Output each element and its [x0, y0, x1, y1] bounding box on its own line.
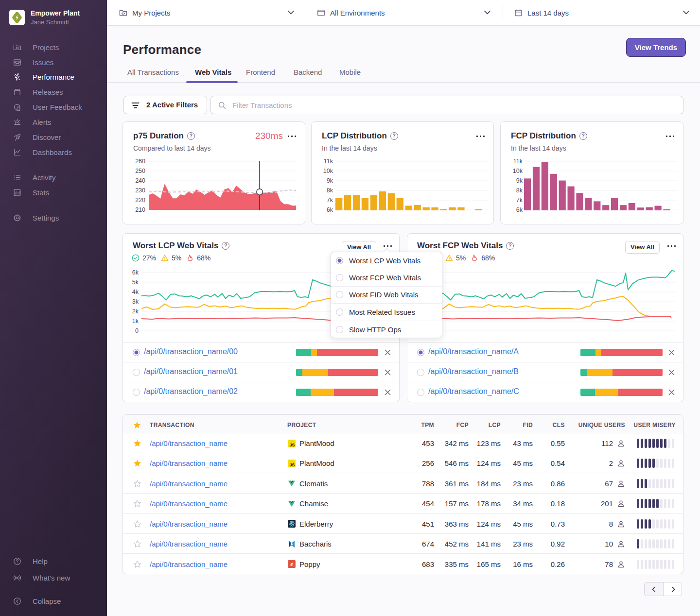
svg-text:JS: JS [290, 462, 295, 467]
svg-text:240: 240 [135, 177, 145, 184]
svg-text:3k: 3k [132, 298, 139, 305]
svg-text:4k: 4k [132, 289, 139, 295]
svg-text:5k: 5k [132, 279, 139, 286]
svg-text:2k: 2k [132, 308, 139, 315]
svg-text:0: 0 [135, 327, 139, 334]
svg-text:11k: 11k [324, 158, 333, 165]
svg-text:210: 210 [135, 206, 145, 213]
svg-text:JS: JS [290, 442, 295, 447]
svg-text:10k: 10k [513, 168, 523, 174]
svg-text:1k: 1k [132, 318, 139, 325]
svg-text:7k: 7k [327, 197, 333, 204]
svg-text:230: 230 [135, 187, 145, 194]
svg-text:260: 260 [135, 158, 145, 165]
svg-text:9k: 9k [516, 177, 523, 184]
svg-text:8k: 8k [327, 187, 333, 194]
svg-text:8k: 8k [516, 187, 523, 194]
svg-text:10k: 10k [323, 168, 333, 174]
svg-text:e: e [290, 561, 293, 567]
svg-text:11k: 11k [513, 158, 523, 165]
svg-text:6k: 6k [516, 206, 523, 213]
svg-text:220: 220 [135, 197, 145, 204]
svg-text:6k: 6k [327, 206, 333, 213]
svg-text:9k: 9k [327, 177, 333, 184]
svg-text:6k: 6k [132, 269, 139, 276]
svg-text:250: 250 [135, 168, 145, 174]
svg-text:7k: 7k [516, 197, 523, 204]
